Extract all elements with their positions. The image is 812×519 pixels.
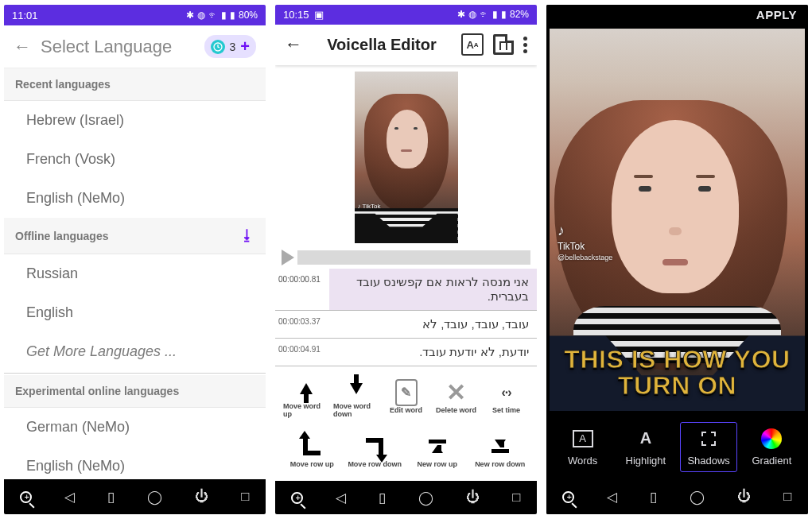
signal-icon: ▮ (492, 9, 498, 20)
zoom-icon[interactable]: + (562, 491, 574, 503)
tool-move-row-down[interactable]: Move row down (346, 427, 404, 476)
subtitle-time: 00:00:04.91 (275, 339, 329, 366)
subtitle-text[interactable]: יודעת, לא יודעת עובד. (329, 339, 537, 366)
wifi-icon: ᯤ (480, 9, 489, 20)
tool-edit-word[interactable]: ✎Edit word (383, 373, 429, 422)
tool-move-word-down[interactable]: Move word down (333, 373, 379, 422)
lang-item[interactable]: Hebrew (Israel) (4, 101, 266, 140)
screen-voicella-editor: 10:15 ▣ ✱ ◍ ᯤ ▮ ▮ 82% ← Voicella Editor … (275, 5, 537, 514)
nav-back-icon[interactable]: ◁ (64, 489, 75, 505)
bluetooth-icon: ✱ (457, 9, 465, 20)
save-icon[interactable] (493, 34, 514, 55)
video-preview-large[interactable]: APPLY ♪ TikTok @bellebackstage THIS IS H… (546, 5, 808, 411)
nav-recent-icon[interactable]: ▯ (379, 490, 386, 506)
tool-delete-word[interactable]: ✕Delete word (433, 373, 479, 422)
lang-item[interactable]: English (NeMo) (4, 447, 266, 479)
battery-icon: ▮ (230, 10, 235, 21)
subtitle-row[interactable]: 00:00:03.37 עובד, עובד, עובד, לא (275, 311, 537, 339)
signal-icon: ▮ (221, 10, 227, 21)
tool-new-row-down[interactable]: New row down (471, 427, 529, 476)
app-bar: ← Voicella Editor AA (275, 25, 537, 65)
clock-icon (211, 40, 225, 54)
nav-home-icon[interactable]: ◯ (147, 489, 162, 505)
subtitle-text[interactable]: עובד, עובד, עובד, לא (329, 311, 537, 338)
timeline[interactable] (275, 246, 537, 269)
tool-new-row-up[interactable]: New row up (409, 427, 467, 476)
tool-move-row-up[interactable]: Move row up (283, 427, 341, 476)
subtitle-time: 00:00:03.37 (275, 311, 329, 338)
back-icon[interactable]: ← (285, 34, 302, 55)
caption-overlay: THIS IS HOW YOU TURN ON (550, 347, 805, 400)
nav-back-icon[interactable]: ◁ (607, 489, 617, 505)
nav-home-icon[interactable]: ◯ (690, 489, 705, 505)
nav-square-icon[interactable]: □ (512, 490, 520, 505)
style-tabs: AWords AHighlight Shadows Gradient (546, 411, 808, 479)
tool-set-time[interactable]: ‹·›Set time (484, 373, 529, 422)
video-frame: ♪ TikTok @bellebackstage THIS IS HOW YOU… (550, 29, 805, 411)
android-nav-bar: + ◁ ▯ ◯ ⏻ □ (4, 479, 266, 514)
lang-item[interactable]: English (NeMo) (4, 179, 266, 218)
nav-square-icon[interactable]: □ (783, 489, 791, 505)
android-nav-bar: + ◁ ▯ ◯ ⏻ □ (275, 481, 537, 514)
lang-item[interactable]: German (NeMo) (4, 408, 266, 447)
zoom-icon[interactable]: + (291, 492, 303, 504)
app-bar: ← Select Language 3 + (4, 25, 266, 68)
tools-row-2: Move row up Move row down New row up New… (275, 427, 537, 481)
nav-home-icon[interactable]: ◯ (418, 490, 433, 506)
plus-icon[interactable]: + (240, 37, 250, 56)
screen-style-preview: APPLY ♪ TikTok @bellebackstage THIS IS H… (546, 5, 808, 514)
language-list[interactable]: Recent languages Hebrew (Israel) French … (4, 68, 266, 479)
tiktok-watermark: ♪ TikTok @bellebackstage (558, 223, 612, 261)
nav-recent-icon[interactable]: ▯ (650, 489, 657, 505)
video-thumbnail: ♪ TikTok (355, 72, 458, 243)
lang-item[interactable]: Russian (4, 254, 266, 293)
nav-power-icon[interactable]: ⏻ (737, 489, 751, 505)
lang-item[interactable]: French (Vosk) (4, 140, 266, 179)
credits-count: 3 (230, 41, 236, 53)
credits-pill[interactable]: 3 + (204, 35, 256, 58)
android-nav-bar: + ◁ ▯ ◯ ⏻ □ (546, 479, 808, 514)
battery-icon: ▮ (501, 9, 507, 20)
video-preview[interactable]: ♪ TikTok (275, 65, 537, 246)
apply-button[interactable]: APPLY (756, 8, 797, 21)
tools-row-1: Move word up Move word down ✎Edit word ✕… (275, 366, 537, 427)
wifi-icon: ᯤ (208, 10, 218, 21)
bluetooth-icon: ✱ (186, 10, 194, 21)
tab-gradient[interactable]: Gradient (743, 428, 800, 467)
nav-back-icon[interactable]: ◁ (336, 490, 346, 506)
subtitle-text[interactable]: אני מנסה לראות אם קפשינס עובד בעברית. (329, 269, 537, 310)
image-indicator-icon: ▣ (314, 9, 324, 21)
tiktok-logo-icon: ♪ (558, 223, 612, 239)
appbar-title: Select Language (41, 37, 195, 57)
tiktok-watermark: ♪ TikTok (358, 203, 381, 210)
nav-power-icon[interactable]: ⏻ (466, 490, 480, 505)
overflow-menu-icon[interactable] (523, 37, 527, 53)
nav-square-icon[interactable]: □ (241, 489, 249, 505)
appbar-title: Voicella Editor (312, 36, 452, 54)
status-battery: 82% (510, 9, 529, 20)
status-bar: 11:01 ✱ ◍ ᯤ ▮ ▮ 80% (4, 5, 266, 25)
back-icon[interactable]: ← (14, 37, 31, 57)
lang-item[interactable]: English (4, 293, 266, 332)
subtitle-row[interactable]: 00:00:00.81 אני מנסה לראות אם קפשינס עוב… (275, 269, 537, 311)
play-icon[interactable] (282, 250, 294, 265)
tab-highlight[interactable]: AHighlight (617, 428, 674, 467)
timeline-scrubber[interactable] (297, 250, 530, 265)
status-bar: 10:15 ▣ ✱ ◍ ᯤ ▮ ▮ 82% (275, 5, 537, 25)
divider (4, 373, 266, 374)
tiktok-name: TikTok (558, 241, 612, 252)
tab-words[interactable]: AWords (554, 428, 612, 467)
tab-shadows[interactable]: Shadows (680, 422, 737, 472)
subtitle-row[interactable]: 00:00:04.91 יודעת, לא יודעת עובד. (275, 339, 537, 366)
section-recent: Recent languages (4, 68, 266, 101)
nav-power-icon[interactable]: ⏻ (195, 489, 208, 505)
vibrate-icon: ◍ (197, 10, 205, 21)
nav-recent-icon[interactable]: ▯ (107, 489, 115, 505)
status-time: 11:01 (12, 10, 38, 21)
zoom-icon[interactable]: + (20, 491, 32, 503)
get-more-languages[interactable]: Get More Languages ... (4, 332, 266, 371)
subtitle-time: 00:00:00.81 (275, 269, 329, 310)
text-style-icon[interactable]: AA (461, 33, 484, 56)
download-icon[interactable]: ⭳ (240, 227, 254, 244)
tool-move-word-up[interactable]: Move word up (283, 373, 328, 422)
